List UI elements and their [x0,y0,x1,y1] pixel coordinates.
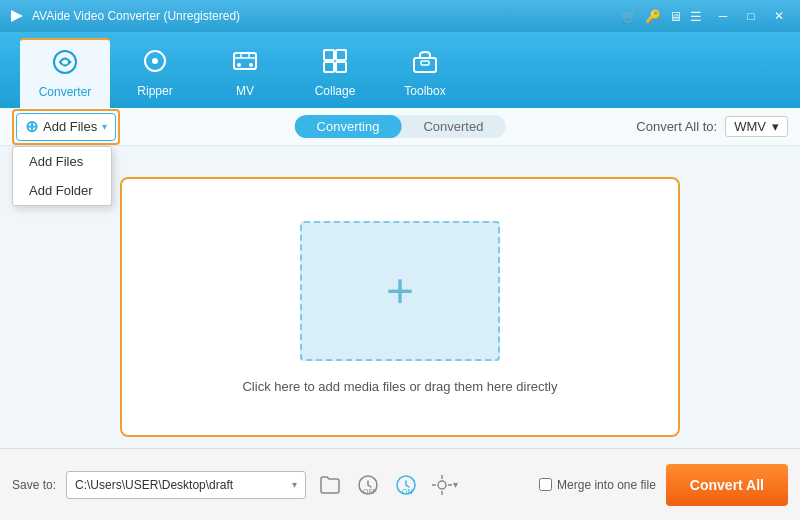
svg-rect-8 [324,50,334,60]
nav-bar: Converter Ripper MV [0,32,800,108]
footer: Save to: C:\Users\USER\Desktop\draft ▾ O… [0,448,800,520]
drop-zone-inner: + [300,221,500,361]
maximize-button[interactable]: □ [738,6,764,26]
save-path-text: C:\Users\USER\Desktop\draft [75,478,286,492]
nav-toolbox-label: Toolbox [404,84,445,98]
monitor-icon[interactable]: 🖥 [669,9,682,24]
merge-label: Merge into one file [557,478,656,492]
nav-ripper[interactable]: Ripper [110,38,200,108]
settings-on-button[interactable]: ON [392,471,420,499]
drop-zone-plus-icon: + [386,267,414,315]
merge-checkbox-container: Merge into one file [539,478,656,492]
svg-text:ON: ON [402,488,413,495]
nav-toolbox[interactable]: Toolbox [380,38,470,108]
app-icon [8,7,26,25]
collage-icon [322,48,348,80]
toolbox-icon [412,48,438,80]
title-bar: AVAide Video Converter (Unregistered) 🛒 … [0,0,800,32]
nav-mv[interactable]: MV [200,38,290,108]
tab-converting[interactable]: Converting [295,115,402,138]
svg-point-4 [152,58,158,64]
svg-point-7 [249,63,253,67]
window-controls: ─ □ ✕ [710,6,792,26]
close-button[interactable]: ✕ [766,6,792,26]
format-dropdown-arrow: ▾ [772,119,779,134]
more-dropdown-arrow: ▾ [453,479,458,490]
save-path-box[interactable]: C:\Users\USER\Desktop\draft ▾ [66,471,306,499]
convert-all-to-label: Convert All to: [636,119,717,134]
add-files-area: ⊕ Add Files ▾ [12,109,120,145]
merge-checkbox-input[interactable] [539,478,552,491]
svg-point-1 [54,51,76,73]
nav-converter[interactable]: Converter [20,38,110,108]
add-files-item[interactable]: Add Files [13,147,111,176]
mv-icon [232,48,258,80]
tab-group: Converting Converted [295,115,506,138]
nav-collage-label: Collage [315,84,356,98]
cart-icon[interactable]: 🛒 [621,9,637,24]
svg-rect-5 [234,53,256,69]
toolbar: ⊕ Add Files ▾ Add Files Add Folder Conve… [0,108,800,146]
add-files-dropdown: Add Files Add Folder [12,146,112,206]
save-to-label: Save to: [12,478,56,492]
svg-rect-13 [421,61,429,65]
drop-zone-text: Click here to add media files or drag th… [242,379,557,394]
add-files-button[interactable]: ⊕ Add Files ▾ [16,113,116,141]
ripper-icon [142,48,168,80]
main-content: + Click here to add media files or drag … [0,146,800,468]
menu-icon[interactable]: ☰ [690,9,702,24]
nav-converter-label: Converter [39,85,92,99]
settings-off-button[interactable]: OFF [354,471,382,499]
title-actions: 🛒 🔑 🖥 ☰ [621,9,702,24]
drop-zone[interactable]: + Click here to add media files or drag … [120,177,680,437]
svg-rect-11 [336,62,346,72]
minimize-button[interactable]: ─ [710,6,736,26]
add-folder-item[interactable]: Add Folder [13,176,111,205]
convert-all-button[interactable]: Convert All [666,464,788,506]
save-path-arrow: ▾ [292,479,297,490]
nav-ripper-label: Ripper [137,84,172,98]
add-files-dropdown-arrow: ▾ [102,121,107,132]
svg-text:OFF: OFF [363,488,377,495]
svg-point-6 [237,63,241,67]
add-files-label: Add Files [43,119,97,134]
svg-point-18 [438,481,446,489]
more-settings-button[interactable]: ▾ [430,471,458,499]
convert-all-to: Convert All to: WMV ▾ [636,116,788,137]
converter-icon [52,49,78,81]
nav-mv-label: MV [236,84,254,98]
svg-rect-9 [336,50,346,60]
key-icon[interactable]: 🔑 [645,9,661,24]
svg-rect-10 [324,62,334,72]
tab-converted[interactable]: Converted [401,115,505,138]
format-value: WMV [734,119,766,134]
nav-collage[interactable]: Collage [290,38,380,108]
window-title: AVAide Video Converter (Unregistered) [32,9,621,23]
svg-marker-0 [11,10,23,22]
folder-browse-button[interactable] [316,471,344,499]
format-select[interactable]: WMV ▾ [725,116,788,137]
add-icon: ⊕ [25,117,38,136]
